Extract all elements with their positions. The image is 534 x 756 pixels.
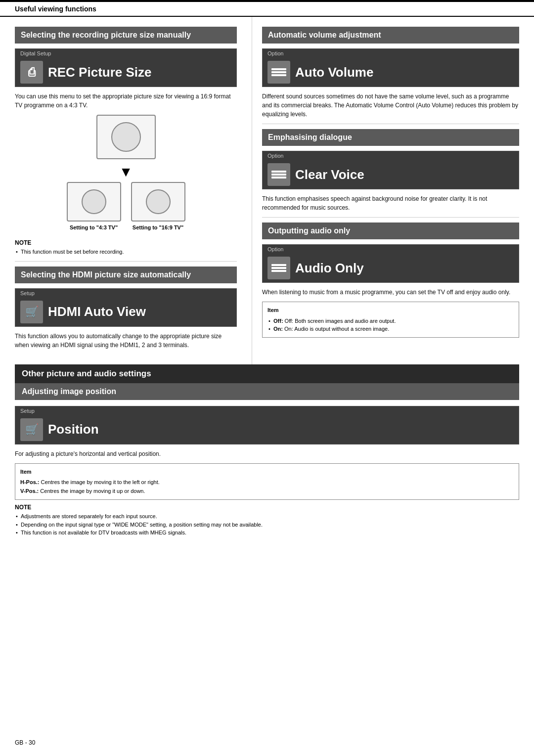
audio-only-item-on: On: On: Audio is output without a screen…: [267, 325, 514, 333]
list-line-8: [271, 267, 286, 269]
rec-note-title: NOTE: [15, 239, 237, 246]
rec-note-box: NOTE This function must be set before re…: [15, 239, 237, 256]
position-note-title: NOTE: [15, 504, 519, 511]
rec-note-item: This function must be set before recordi…: [15, 248, 237, 256]
clear-voice-menu-main: Clear Voice: [263, 160, 519, 189]
rec-diagram: ▼ Setting to "4:3 TV" Setting to "16:9 T…: [15, 115, 237, 234]
audio-only-item-title: Item: [267, 306, 514, 315]
tv-169: [131, 182, 185, 222]
rec-body-text: You can use this menu to set the appropr…: [15, 92, 237, 110]
list-line-3: [271, 74, 286, 76]
tv-43: [67, 182, 121, 222]
clear-voice-menu-label: Option: [263, 151, 519, 160]
audio-only-icon-box: [267, 257, 290, 279]
clear-voice-body: This function emphasises speech against …: [262, 194, 519, 212]
clear-voice-icon-box: [267, 163, 290, 186]
label-169: Setting to "16:9 TV": [131, 224, 185, 230]
list-line-1: [271, 68, 286, 70]
page: Useful viewing functions Selecting the r…: [0, 0, 534, 756]
tv-label-row: Setting to "4:3 TV" Setting to "16:9 TV": [67, 224, 185, 230]
position-menu-bar: Setup 🛒 Position: [15, 406, 519, 445]
separator-r2: [262, 217, 519, 218]
content-area: Selecting the recording picture size man…: [0, 17, 534, 364]
position-menu-label: Setup: [15, 406, 519, 415]
separator-1: [15, 261, 237, 262]
rec-menu-main: ⎙ REC Picture Size: [15, 58, 236, 87]
position-menu-title: Position: [48, 422, 99, 437]
circle-43: [82, 189, 106, 214]
section-heading-rec: Selecting the recording picture size man…: [15, 27, 237, 44]
position-item-title: Item: [20, 468, 514, 477]
audio-only-menu-label: Option: [263, 245, 519, 254]
hdmi-menu-title: HDMI Auto View: [48, 304, 146, 319]
hdmi-icon-box: 🛒: [20, 301, 43, 323]
list-line-4: [271, 171, 286, 173]
auto-vol-icon-box: [267, 61, 290, 84]
position-hpos: H-Pos.: Centres the image by moving it t…: [20, 478, 514, 487]
section-heading-audio-only: Outputting audio only: [262, 222, 519, 239]
adjusting-image-heading: Adjusting image position: [15, 383, 519, 400]
rec-picture-menu-bar: Digital Setup ⎙ REC Picture Size: [15, 48, 237, 87]
label-43: Setting to "4:3 TV": [67, 224, 121, 230]
list-icon-2: [271, 171, 286, 178]
hdmi-menu-bar: Setup 🛒 HDMI Auto View: [15, 288, 237, 327]
circle-top: [111, 122, 141, 152]
auto-vol-body: Different sound sources sometimes do not…: [262, 92, 519, 119]
position-note1: Adjustments are stored separately for ea…: [15, 512, 519, 521]
section-heading-hdmi: Selecting the HDMI picture size automati…: [15, 267, 237, 283]
list-icon: [271, 68, 286, 76]
clear-voice-menu-bar: Option Clear Voice: [262, 151, 519, 189]
cart-icon: 🛒: [25, 306, 39, 318]
header-title: Useful viewing functions: [15, 5, 96, 13]
auto-vol-menu-bar: Option Auto Volume: [262, 48, 519, 87]
auto-vol-menu-label: Option: [263, 49, 519, 58]
position-note2: Depending on the input signal type or "W…: [15, 521, 519, 529]
bottom-section: Setup 🛒 Position For adjusting a picture…: [0, 400, 534, 551]
position-note-box: NOTE Adjustments are stored separately f…: [15, 504, 519, 537]
auto-vol-menu-title: Auto Volume: [295, 65, 373, 80]
audio-only-menu-bar: Option Audio Only: [262, 244, 519, 283]
auto-vol-menu-main: Auto Volume: [263, 58, 519, 87]
bottom-left: Setup 🛒 Position For adjusting a picture…: [15, 400, 519, 541]
arrow-down-icon: ▼: [119, 164, 133, 180]
bottom-headings: Other picture and audio settings Adjusti…: [0, 364, 534, 400]
position-vpos: V-Pos.: Centres the image by moving it u…: [20, 487, 514, 496]
position-cart-icon: 🛒: [25, 423, 39, 436]
rec-menu-label: Digital Setup: [15, 49, 236, 58]
list-line-2: [271, 71, 286, 73]
position-menu-wrapper: Setup 🛒 Position: [15, 406, 519, 445]
audio-only-menu-title: Audio Only: [295, 261, 364, 276]
header-bar: Useful viewing functions: [0, 2, 534, 17]
clear-voice-menu-title: Clear Voice: [295, 167, 364, 182]
hashtag-icon: ⎙: [28, 65, 35, 79]
hdmi-menu-main: 🛒 HDMI Auto View: [15, 298, 236, 326]
bottom-inner: Setup 🛒 Position For adjusting a picture…: [15, 400, 519, 541]
audio-only-body: When listening to music from a music pro…: [262, 288, 519, 297]
position-note3: This function is not available for DTV b…: [15, 529, 519, 537]
rec-menu-title: REC Picture Size: [48, 65, 152, 80]
position-menu-main: 🛒 Position: [15, 415, 519, 444]
list-icon-3: [271, 264, 286, 272]
tv-bottom-row: [67, 182, 185, 222]
hdmi-body-text: This function allows you to automaticall…: [15, 332, 237, 350]
position-body: For adjusting a picture's horizontal and…: [15, 449, 519, 458]
other-settings-heading: Other picture and audio settings: [15, 364, 519, 383]
audio-only-item-box: Item Off: Off: Both screen images and au…: [262, 302, 519, 338]
audio-only-menu-main: Audio Only: [263, 254, 519, 282]
right-column: Automatic volume adjustment Option Auto …: [252, 17, 534, 364]
hdmi-menu-label: Setup: [15, 289, 236, 298]
section-heading-auto-vol: Automatic volume adjustment: [262, 27, 519, 44]
section-heading-clear-voice: Emphasising dialogue: [262, 129, 519, 146]
list-line-5: [271, 174, 286, 176]
list-line-6: [271, 177, 286, 178]
audio-only-item-off: Off: Off: Both screen images and audio a…: [267, 317, 514, 325]
rec-icon-box: ⎙: [20, 61, 43, 84]
left-column: Selecting the recording picture size man…: [0, 17, 252, 364]
list-line-7: [271, 264, 286, 266]
tv-top-shape: [96, 115, 156, 159]
position-item-box: Item H-Pos.: Centres the image by moving…: [15, 463, 519, 500]
list-line-9: [271, 270, 286, 272]
separator-r1: [262, 124, 519, 124]
position-icon-box: 🛒: [20, 418, 43, 441]
circle-169: [146, 189, 171, 214]
